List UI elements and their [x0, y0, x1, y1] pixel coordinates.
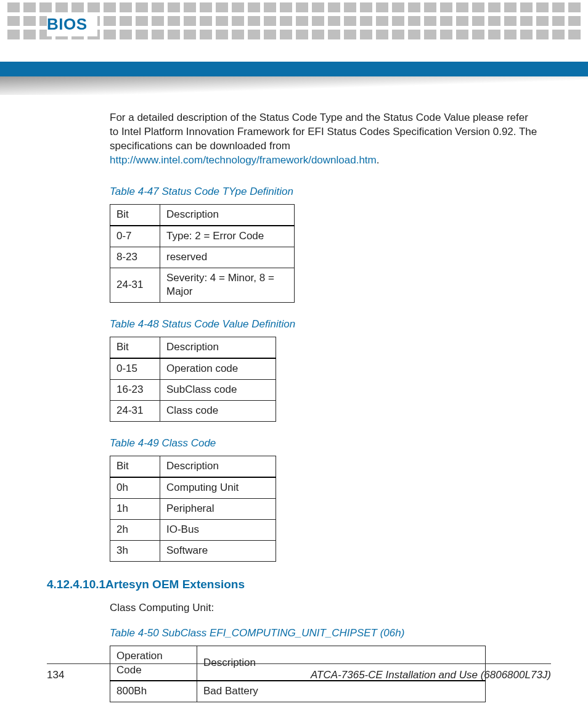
table-row: 800BhBad Battery: [110, 681, 486, 702]
intro-paragraph: For a detailed description of the Status…: [110, 111, 539, 168]
table-4-48: Bit Description 0-15Operation code 16-23…: [110, 337, 276, 422]
header-blue-bar: [0, 62, 588, 76]
page-header-title: BIOS: [47, 12, 97, 36]
table-row: 0-7Type: 2 = Error Code: [110, 226, 295, 247]
col-header: Bit: [110, 204, 160, 225]
section-heading: 4.12.4.10.1Artesyn OEM Extensions: [47, 577, 245, 593]
table-row: 1hPeripheral: [110, 498, 276, 519]
header-gradient-bar: [0, 76, 588, 95]
table-row: 24-31Class code: [110, 401, 276, 422]
table-row: 0hComputing Unit: [110, 477, 276, 498]
table-row: 2hIO-Bus: [110, 519, 276, 540]
table-row: 3hSoftware: [110, 540, 276, 561]
table-row: 8-23reserved: [110, 247, 295, 268]
page-content: For a detailed description of the Status…: [110, 111, 539, 706]
intel-framework-link[interactable]: http://www.intel.com/technology/framewor…: [110, 154, 377, 166]
table-4-47: Bit Description 0-7Type: 2 = Error Code …: [110, 204, 295, 303]
col-header: Bit: [110, 456, 160, 477]
col-header: Description: [160, 204, 295, 225]
col-header: Bit: [110, 337, 160, 358]
table-caption-4-47: Table 4-47 Status Code TYpe Definition: [110, 185, 539, 199]
table-caption-4-49: Table 4-49 Class Code: [110, 437, 539, 451]
col-header: Description: [160, 337, 276, 358]
section-subtext: Class Computing Unit:: [110, 601, 539, 615]
intro-text: For a detailed description of the Status…: [110, 112, 537, 152]
table-row: 0-15Operation code: [110, 358, 276, 379]
table-row: 16-23SubClass code: [110, 380, 276, 401]
section-title: Artesyn OEM Extensions: [105, 578, 245, 591]
section-number: 4.12.4.10.1: [47, 578, 105, 591]
table-caption-4-50: Table 4-50 SubClass EFI_COMPUTING_UNIT_C…: [110, 626, 539, 641]
page-number: 134: [47, 669, 64, 681]
table-caption-4-48: Table 4-48 Status Code Value Definition: [110, 318, 539, 332]
col-header: Description: [160, 456, 276, 477]
document-id: ATCA-7365-CE Installation and Use (68068…: [311, 669, 551, 681]
table-4-49: Bit Description 0hComputing Unit 1hPerip…: [110, 456, 276, 562]
section-heading-wrap: 4.12.4.10.1Artesyn OEM Extensions Class …: [110, 577, 539, 615]
page-footer: 134 ATCA-7365-CE Installation and Use (6…: [47, 663, 551, 681]
intro-after: .: [377, 154, 380, 166]
table-row: 24-31Severity: 4 = Minor, 8 = Major: [110, 268, 295, 303]
